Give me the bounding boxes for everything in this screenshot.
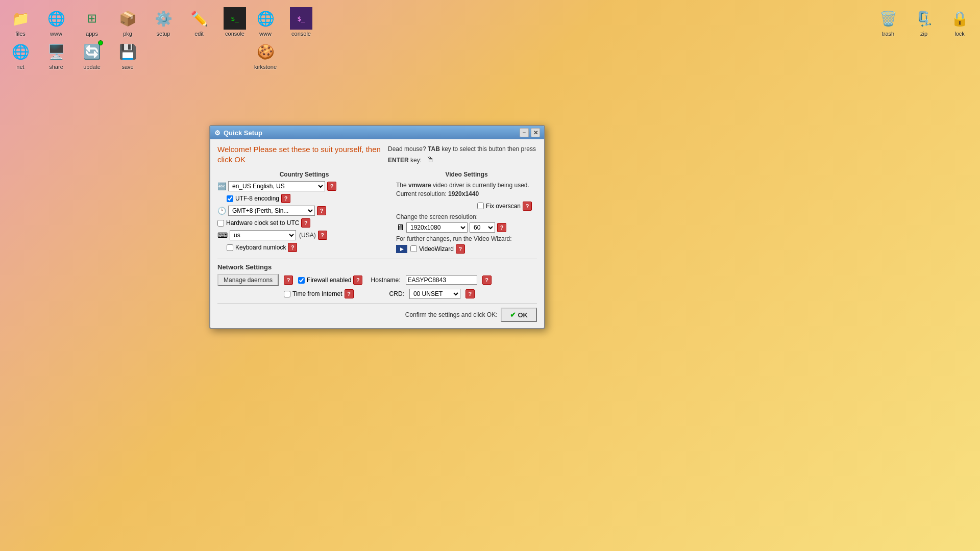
keyboard-select[interactable]: us <box>230 230 296 240</box>
desktop-icon-kirkstone[interactable]: 🍪 kirkstone <box>248 38 283 72</box>
network-section-title: Network Settings <box>217 263 537 271</box>
edit-label: edit <box>194 31 204 37</box>
country-section-title: Country Settings <box>217 171 391 178</box>
crd-select[interactable]: 00 UNSET <box>409 289 460 299</box>
update-icon: 🔄 <box>81 40 103 63</box>
hardware-clock-help-button[interactable]: ? <box>301 218 310 228</box>
welcome-left: Welcome! Please set these to suit yourse… <box>217 144 381 166</box>
kirkstone-icon: 🍪 <box>254 40 277 63</box>
console2-label: console <box>291 31 311 37</box>
further-changes-text: For further changes, run the Video Wizar… <box>396 235 537 242</box>
desktop-icon-save[interactable]: 💾 save <box>110 38 145 72</box>
hostname-help-button[interactable]: ? <box>482 276 492 285</box>
crd-help-button[interactable]: ? <box>465 289 475 298</box>
keyboard-row: ⌨ us (USA) ? <box>217 230 391 240</box>
desktop-icon-share[interactable]: 🖥️ share <box>38 38 74 72</box>
numlock-checkbox[interactable] <box>227 244 233 251</box>
timezone-select[interactable]: GMT+8 (Perth, Sin... <box>228 206 315 216</box>
videowizard-row: ▶ VideoWizard ? <box>396 244 537 254</box>
utf8-label: UTF-8 encoding <box>235 195 279 202</box>
locale-icon: 🔤 <box>217 182 226 190</box>
kirkstone-label: kirkstone <box>254 64 277 70</box>
titlebar-left: ⚙ Quick Setup <box>214 129 262 137</box>
desktop-icon-console2[interactable]: $_ console <box>283 5 319 39</box>
time-internet-label: Time from Internet <box>292 290 342 297</box>
numlock-help-button[interactable]: ? <box>288 243 297 252</box>
fix-overscan-row: Fix overscan ? <box>396 202 532 211</box>
time-internet-help-button[interactable]: ? <box>345 289 354 298</box>
video-driver-text: The vmware video driver is currently bei… <box>396 181 537 198</box>
close-button[interactable]: ✕ <box>531 128 540 137</box>
zip-label: zip <box>920 31 927 37</box>
lock-icon: 🔒 <box>948 7 971 30</box>
share-icon: 🖥️ <box>45 40 67 63</box>
locale-select[interactable]: en_US English, US <box>228 181 325 191</box>
desktop-icon-lock[interactable]: 🔒 lock <box>942 5 977 39</box>
manage-daemons-button[interactable]: Manage daemons <box>217 274 279 286</box>
desktop-icon-setup[interactable]: ⚙️ setup <box>145 5 181 39</box>
timezone-help-button[interactable]: ? <box>317 206 326 215</box>
desktop-icon-update[interactable]: 🔄 update <box>74 38 110 72</box>
manage-daemons-help-button[interactable]: ? <box>284 276 293 285</box>
edit-icon: ✏️ <box>188 7 210 30</box>
keyboard-help-button[interactable]: ? <box>318 231 327 240</box>
welcome-text: Welcome! Please set these to suit yourse… <box>217 144 381 164</box>
console2-icon: $_ <box>290 7 312 30</box>
desktop-icon-trash[interactable]: 🗑️ trash <box>870 5 906 39</box>
ok-label: OK <box>518 311 528 319</box>
desktop-icon-edit[interactable]: ✏️ edit <box>181 5 217 39</box>
ok-button[interactable]: ✔ OK <box>501 308 537 322</box>
resolution-help-button[interactable]: ? <box>497 223 506 232</box>
utf8-help-button[interactable]: ? <box>281 194 290 203</box>
desktop-icon-net[interactable]: 🌐 net <box>3 38 38 72</box>
videowizard-help-button[interactable]: ? <box>456 244 465 254</box>
quick-setup-dialog: ⚙ Quick Setup − ✕ Welcome! Please set th… <box>209 125 545 329</box>
timezone-icon: 🕐 <box>217 207 226 215</box>
share-label: share <box>49 64 63 70</box>
pkg-icon: 📦 <box>116 7 139 30</box>
lock-label: lock <box>954 31 965 37</box>
time-internet-row: Time from Internet ? <box>284 289 354 298</box>
videowizard-checkbox[interactable] <box>410 245 417 252</box>
desktop-icons-row2: 🌐 net 🖥️ share 🔄 update 💾 save <box>0 33 148 77</box>
minimize-button[interactable]: − <box>520 128 529 137</box>
resolution-select[interactable]: 980x551 <box>406 222 468 233</box>
resolution-bold: 1920x1440 <box>448 190 479 197</box>
confirm-text: Confirm the settings and click OK: <box>405 311 498 318</box>
numlock-label: Keyboard numlock <box>235 244 286 251</box>
welcome-section: Welcome! Please set these to suit yourse… <box>217 144 537 166</box>
dialog-body: Welcome! Please set these to suit yourse… <box>210 139 544 328</box>
setup-label: setup <box>157 31 170 37</box>
utf8-checkbox[interactable] <box>227 195 233 202</box>
desktop-icon-zip[interactable]: 🗜️ zip <box>906 5 942 39</box>
time-internet-checkbox[interactable] <box>284 291 290 297</box>
fix-overscan-label: Fix overscan <box>486 203 521 210</box>
vmware-bold: vmware <box>408 182 431 189</box>
fix-overscan-help-button[interactable]: ? <box>523 202 532 211</box>
apps-icon: ⊞ <box>81 7 103 30</box>
keyboard-country-label: (USA) <box>299 232 316 239</box>
save-label: save <box>121 64 133 70</box>
locale-help-button[interactable]: ? <box>327 182 336 191</box>
welcome-right: Dead mouse? TAB key to select this butto… <box>388 144 537 166</box>
fix-overscan-checkbox[interactable] <box>477 203 484 209</box>
firewall-row: Firewall enabled ? <box>298 276 362 285</box>
firewall-help-button[interactable]: ? <box>353 276 362 285</box>
timezone-row: 🕐 GMT+8 (Perth, Sin... ? <box>217 206 391 216</box>
console-label: console <box>225 31 244 37</box>
trash-icon: 🗑️ <box>877 7 899 30</box>
files-icon: 📁 <box>9 7 32 30</box>
network-section: Network Settings Manage daemons ? Firewa… <box>217 259 537 299</box>
hardware-clock-checkbox[interactable] <box>217 220 224 227</box>
hostname-label: Hostname: <box>371 277 400 284</box>
monitor-icon: 🖥 <box>396 223 404 232</box>
two-col-layout: Country Settings 🔤 en_US English, US ? U… <box>217 171 537 255</box>
change-resolution-label: Change the screen resolution: <box>396 213 537 220</box>
firewall-checkbox[interactable] <box>298 277 305 284</box>
hint-mouse-icon: 🖱 <box>426 155 434 164</box>
hostname-input[interactable] <box>406 276 477 285</box>
save-icon: 💾 <box>116 40 139 63</box>
www2-icon: 🌐 <box>254 7 277 30</box>
refresh-select[interactable]: 60 <box>470 222 495 233</box>
videowizard-icon: ▶ <box>396 245 407 253</box>
